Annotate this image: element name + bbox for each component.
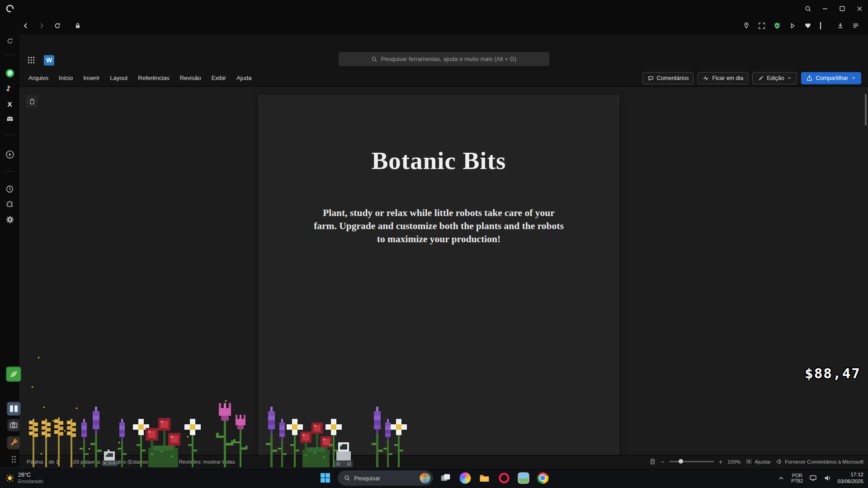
display-tray-button[interactable]	[808, 471, 817, 485]
downloads-button[interactable]	[835, 20, 846, 32]
favorites-button[interactable]	[802, 20, 814, 32]
clock-widget[interactable]: 17:12 03/06/2025	[837, 471, 863, 485]
keyboard-layout: PTB2	[791, 478, 803, 483]
reload-button[interactable]	[52, 20, 63, 32]
titlebar-search-button[interactable]	[802, 3, 814, 14]
catch-up-button[interactable]: Ficar em dia	[698, 72, 748, 84]
status-word-count[interactable]: 103 palavras	[71, 459, 100, 465]
sidebar-player-button[interactable]	[4, 148, 16, 161]
minimize-button[interactable]	[819, 3, 831, 14]
zoom-slider-thumb[interactable]	[679, 459, 683, 464]
media-player-button[interactable]	[787, 20, 798, 32]
photos-button[interactable]	[517, 471, 530, 485]
sidebar-discord-button[interactable]	[4, 113, 16, 125]
document-line: Plant, study or relax while little robot…	[259, 206, 618, 220]
word-canvas: Botanic Bits Plant, study or relax while…	[19, 87, 868, 455]
redo-icon	[6, 37, 14, 45]
forward-button[interactable]	[36, 20, 47, 32]
sidebar-tiktok-button[interactable]: ♪♪♪	[4, 82, 16, 95]
volume-button[interactable]	[823, 471, 832, 485]
opera-gx-icon	[499, 473, 509, 483]
zoom-level[interactable]: 100%	[727, 459, 741, 465]
app-launcher-button[interactable]	[25, 54, 37, 66]
zoom-in-button[interactable]: +	[719, 459, 722, 465]
file-explorer-button[interactable]	[478, 471, 491, 485]
x-logo-icon: X	[7, 100, 12, 108]
display-icon	[809, 474, 817, 482]
start-button[interactable]	[319, 471, 332, 485]
pinboard-button[interactable]	[741, 20, 752, 32]
page-scrollbar[interactable]	[865, 94, 867, 126]
game-money: $88,47	[805, 365, 861, 381]
menu-arquivo[interactable]: Arquivo	[28, 75, 48, 81]
site-security-button[interactable]	[72, 20, 84, 32]
game-plant-button[interactable]	[6, 366, 21, 382]
discord-icon	[6, 115, 14, 123]
back-button[interactable]	[20, 20, 32, 32]
word-app-icon[interactable]: W	[44, 55, 54, 66]
language-indicator[interactable]: POR PTB2	[791, 473, 803, 483]
game-tools-button[interactable]	[7, 436, 20, 450]
document-line: to maximize your production!	[259, 233, 618, 246]
document-body: Plant, study or relax while little robot…	[259, 206, 618, 246]
fit-page-icon	[745, 458, 752, 465]
chevron-up-icon	[778, 474, 785, 482]
menu-revisao[interactable]: Revisão	[180, 75, 201, 81]
zoom-slider[interactable]	[670, 461, 714, 462]
reading-list-button[interactable]	[850, 20, 862, 32]
paste-button[interactable]	[26, 95, 38, 108]
menu-inserir[interactable]: Inserir	[83, 75, 99, 81]
list-icon	[852, 22, 860, 30]
weather-widget[interactable]: 26°C Ensolarado	[5, 472, 43, 484]
editing-mode-button[interactable]: Edição	[752, 72, 797, 84]
word-menubar: Arquivo Início Inserir Layout Referência…	[19, 70, 868, 87]
share-button[interactable]: Compartilhar	[801, 72, 861, 84]
sidebar-redo-button[interactable]	[4, 34, 16, 47]
tiktok-icon: ♪♪♪	[6, 84, 13, 93]
menu-ajuda[interactable]: Ajuda	[236, 75, 251, 81]
download-icon	[836, 22, 844, 30]
opera-gx-button[interactable]	[497, 471, 511, 485]
sidebar-whatsapp-button[interactable]	[4, 67, 16, 80]
gear-icon	[5, 215, 14, 224]
sidebar-history-button[interactable]	[4, 183, 16, 195]
sidebar-extensions-button[interactable]	[4, 197, 16, 210]
game-drag-handle[interactable]	[9, 454, 19, 465]
taskbar-search[interactable]: Pesquisar	[338, 470, 433, 485]
drag-dots-icon	[11, 455, 16, 463]
copilot-button[interactable]	[458, 471, 472, 485]
menu-layout[interactable]: Layout	[110, 75, 127, 81]
maximize-button[interactable]	[836, 3, 848, 14]
lock-icon	[74, 22, 81, 29]
tray-overflow-button[interactable]	[777, 471, 786, 485]
status-language[interactable]: Inglês (Estados Unidos)	[112, 459, 167, 465]
zoom-out-button[interactable]: −	[661, 459, 665, 465]
page-view-button[interactable]	[649, 458, 656, 465]
chrome-button[interactable]	[536, 471, 550, 485]
adblock-button[interactable]	[771, 20, 783, 32]
sidebar-x-button[interactable]: X	[4, 98, 16, 110]
game-screenshot-button[interactable]	[7, 419, 20, 432]
task-view-button[interactable]	[439, 471, 453, 485]
opera-gx-logo-icon[interactable]	[4, 3, 16, 14]
fit-page-button[interactable]: Ajustar	[745, 458, 771, 465]
share-icon	[806, 75, 813, 81]
snapshot-button[interactable]	[756, 20, 768, 32]
game-storage-button[interactable]	[7, 402, 21, 416]
tray-time: 17:12	[837, 471, 863, 478]
status-revisions[interactable]: Revisões: mostrar todas	[179, 459, 235, 465]
browser-titlebar	[0, 0, 868, 17]
document-title: Botanic Bits	[259, 146, 618, 175]
status-page-count[interactable]: Página 1 de 1	[27, 459, 59, 465]
sidebar-settings-button[interactable]	[4, 213, 16, 226]
menu-referencias[interactable]: Referências	[138, 75, 169, 81]
close-button[interactable]	[854, 3, 865, 14]
menu-exibir[interactable]: Exibir	[212, 75, 226, 81]
word-search-placeholder: Pesquisar ferramentas, ajuda e muito mai…	[381, 56, 516, 62]
menu-inicio[interactable]: Início	[59, 75, 73, 81]
photos-icon	[518, 472, 529, 483]
comments-button[interactable]: Comentários	[642, 72, 694, 84]
document-page[interactable]: Botanic Bits Plant, study or relax while…	[259, 96, 618, 455]
feedback-link[interactable]: Fornecer Comentários à Microsoft	[776, 458, 863, 465]
word-search-bar[interactable]: Pesquisar ferramentas, ajuda e muito mai…	[339, 52, 549, 66]
